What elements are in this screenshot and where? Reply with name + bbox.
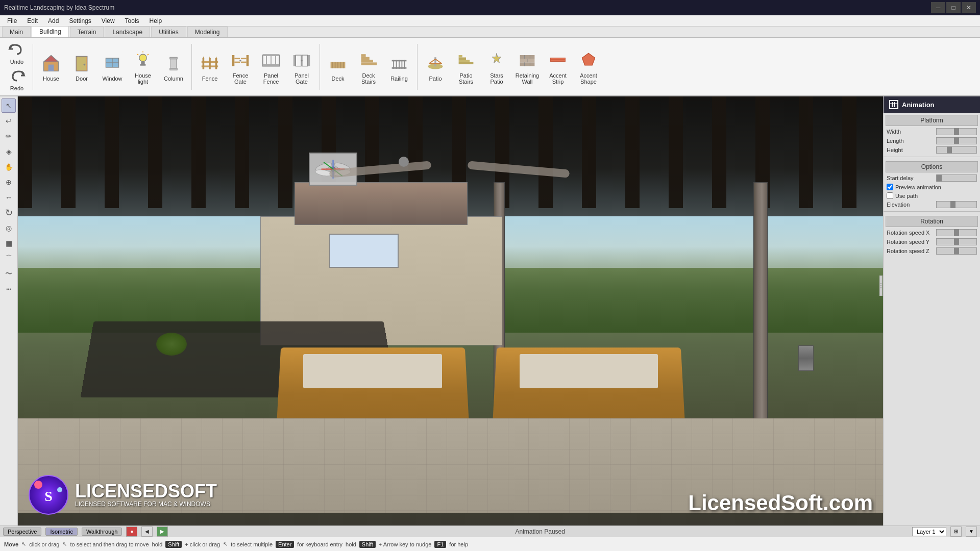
status-icon-cursor2: ↖: [62, 541, 67, 547]
redo-button[interactable]: Redo: [4, 68, 30, 92]
svg-marker-25: [215, 56, 217, 59]
status-text-8: + Arrow key to nudge: [379, 541, 432, 547]
length-slider[interactable]: [936, 137, 977, 144]
tool-undo-history[interactable]: ↩: [2, 114, 16, 128]
undo-button[interactable]: Undo: [4, 41, 30, 66]
width-slider[interactable]: [936, 128, 977, 135]
separator-4: [417, 44, 418, 90]
tool-zoom[interactable]: ⊕: [2, 175, 16, 189]
play-button[interactable]: ▶: [157, 527, 168, 537]
menu-add[interactable]: Add: [43, 16, 64, 26]
layer-select[interactable]: Layer 1: [912, 527, 946, 536]
tab-modeling[interactable]: Modeling: [187, 27, 228, 37]
menu-file[interactable]: File: [2, 16, 22, 26]
tool-measure[interactable]: ↔: [2, 190, 16, 205]
tool-accent-strip[interactable]: Accent Strip: [543, 40, 573, 93]
tool-house[interactable]: House: [36, 40, 66, 93]
tool-fence[interactable]: Fence: [195, 40, 225, 93]
enter-key: Enter: [276, 541, 294, 548]
elevation-slider[interactable]: [936, 201, 977, 208]
rotation-y-slider[interactable]: [936, 238, 977, 245]
tool-door[interactable]: Door: [67, 40, 96, 93]
f1-key: F1: [434, 541, 446, 548]
svg-rect-28: [234, 58, 240, 59]
menu-settings[interactable]: Settings: [64, 16, 96, 26]
separator-1: [33, 44, 33, 90]
tool-accent-shape[interactable]: Accent Shape: [574, 40, 603, 93]
status-icon-cursor: ↖: [21, 541, 26, 547]
tool-panel-fence[interactable]: Panel Fence: [256, 40, 286, 93]
watermark-text: LICENSEDSOFT LICENSED SOFTWARE FOR MAC &…: [75, 482, 217, 508]
tool-house-light[interactable]: House light: [128, 40, 158, 93]
use-path-checkbox[interactable]: [887, 192, 893, 199]
right-panel: Animation Platform Width Length Height O…: [883, 96, 980, 525]
layer-icon-button[interactable]: ⊞: [950, 527, 962, 537]
tool-patio-stairs[interactable]: Patio Stairs: [451, 40, 481, 93]
tool-eraser[interactable]: ◈: [2, 144, 16, 159]
viewport[interactable]: S LICENSEDSOFT LICENSED SOFTWARE FOR MAC…: [18, 96, 883, 525]
menu-view[interactable]: View: [96, 16, 120, 26]
svg-line-64: [435, 59, 442, 63]
maximize-button[interactable]: □: [946, 2, 961, 13]
tab-utilities[interactable]: Utilities: [151, 27, 186, 37]
main-layout: ↖ ↩ ✏ ◈ ✋ ⊕ ↔ ↻ ◎ ▦ ⌒ 〜 •••: [0, 96, 980, 525]
tool-texture[interactable]: ▦: [2, 236, 16, 251]
tool-path1[interactable]: ⌒: [2, 252, 16, 266]
svg-rect-20: [203, 58, 205, 69]
tool-railing[interactable]: Railing: [384, 40, 414, 93]
tab-main[interactable]: Main: [2, 27, 31, 37]
rotation-x-row: Rotation speed X: [884, 228, 980, 237]
svg-rect-26: [232, 55, 235, 66]
svg-line-13: [148, 54, 149, 55]
preview-animation-checkbox[interactable]: [887, 184, 893, 190]
tool-pan[interactable]: ✋: [2, 160, 16, 174]
tool-retaining-wall[interactable]: Retaining Wall: [512, 40, 542, 93]
elevation-row: Elevation: [884, 200, 980, 209]
status-text-9: for help: [449, 541, 468, 547]
separator-3: [320, 44, 320, 90]
layer-options-button[interactable]: ▼: [966, 527, 977, 537]
record-button[interactable]: ●: [126, 527, 137, 537]
animation-icon: [889, 99, 899, 110]
perspective-button[interactable]: Perspective: [3, 528, 41, 536]
menu-tools[interactable]: Tools: [120, 16, 144, 26]
menu-help[interactable]: Help: [144, 16, 167, 26]
back-button[interactable]: ◀: [141, 527, 153, 537]
watermark-left: S LICENSEDSOFT LICENSED SOFTWARE FOR MAC…: [28, 474, 217, 515]
walkthrough-button[interactable]: Walkthrough: [82, 528, 122, 536]
tool-path2[interactable]: 〜: [2, 267, 16, 281]
height-slider[interactable]: [936, 146, 977, 154]
start-delay-slider[interactable]: [936, 174, 977, 182]
svg-point-93: [57, 487, 62, 492]
tool-orbit[interactable]: ◎: [2, 221, 16, 235]
isometric-button[interactable]: Isometric: [45, 528, 78, 536]
svg-rect-4: [77, 57, 86, 70]
tool-paint[interactable]: ✏: [2, 129, 16, 143]
tool-stars-patio[interactable]: Stars Patio: [482, 40, 511, 93]
minimize-button[interactable]: ─: [931, 2, 945, 13]
tab-terrain[interactable]: Terrain: [70, 27, 104, 37]
close-button[interactable]: ✕: [962, 2, 976, 13]
menu-edit[interactable]: Edit: [22, 16, 43, 26]
svg-rect-11: [140, 64, 146, 66]
svg-rect-22: [209, 58, 211, 69]
svg-marker-21: [203, 56, 205, 59]
tab-building[interactable]: Building: [32, 26, 69, 37]
svg-line-63: [429, 59, 435, 63]
tool-deck-stairs[interactable]: Deck Stairs: [354, 40, 383, 93]
rotation-x-slider[interactable]: [936, 229, 977, 236]
tool-spin[interactable]: ↻: [2, 206, 16, 220]
tool-patio[interactable]: Patio: [421, 40, 450, 93]
svg-text:S: S: [44, 488, 53, 504]
tool-column[interactable]: Column: [159, 40, 188, 93]
tool-more[interactable]: •••: [2, 282, 16, 296]
status-text-7: hold: [346, 541, 356, 547]
tool-window[interactable]: Window: [97, 40, 127, 93]
tab-landscape[interactable]: Landscape: [105, 27, 150, 37]
tool-select[interactable]: ↖: [2, 98, 16, 113]
svg-rect-67: [459, 57, 466, 60]
tool-deck[interactable]: Deck: [323, 40, 353, 93]
tool-fence-gate[interactable]: Fence Gate: [226, 40, 255, 93]
tool-panel-gate[interactable]: Panel Gate: [287, 40, 316, 93]
rotation-z-slider[interactable]: [936, 247, 977, 255]
